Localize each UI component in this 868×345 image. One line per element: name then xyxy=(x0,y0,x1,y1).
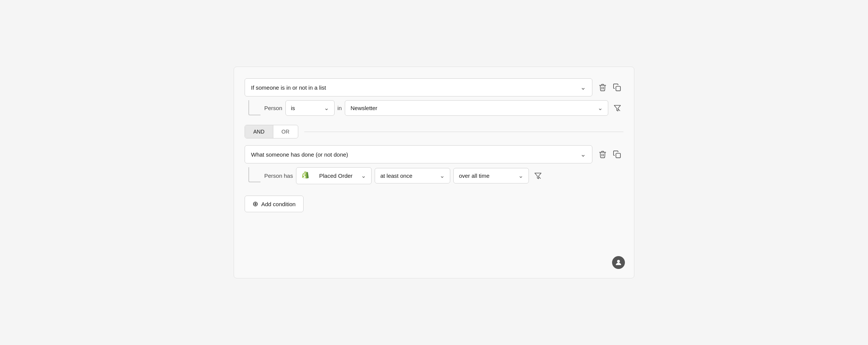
condition-2-person-has-label: Person has xyxy=(264,172,293,179)
condition-1-sub-fields: Person is ⌄ in Newsletter ⌄ xyxy=(264,100,623,116)
condition-2-main-dropdown[interactable]: What someone has done (or not done) ⌄ xyxy=(245,145,592,163)
condition-2-copy-button[interactable] xyxy=(611,148,623,161)
or-button[interactable]: OR xyxy=(273,125,298,138)
condition-2-delete-button[interactable] xyxy=(596,148,609,161)
add-condition-label: Add condition xyxy=(261,201,296,207)
condition-1-main-label: If someone is in or not in a list xyxy=(251,84,326,91)
condition-1-sub-row: Person is ⌄ in Newsletter ⌄ xyxy=(245,100,623,116)
condition-1-main-dropdown[interactable]: If someone is in or not in a list ⌄ xyxy=(245,78,592,96)
condition-2-sub-row: Person has Placed Order ⌄ at least once … xyxy=(245,167,623,184)
condition-1-newsletter-label: Newsletter xyxy=(350,105,377,111)
avatar[interactable] xyxy=(612,256,625,269)
condition-2-main-label: What someone has done (or not done) xyxy=(251,151,348,158)
condition-2-time-dropdown[interactable]: over all time ⌄ xyxy=(453,168,529,183)
svg-rect-0 xyxy=(616,86,620,91)
condition-1-newsletter-dropdown[interactable]: Newsletter ⌄ xyxy=(345,100,608,116)
condition-2-time-chevron-icon: ⌄ xyxy=(518,172,523,179)
condition-2-frequency-label: at least once xyxy=(380,172,412,179)
condition-2-frequency-dropdown[interactable]: at least once ⌄ xyxy=(375,168,450,183)
condition-1-person-label: Person xyxy=(264,105,282,111)
condition-2-sub-fields: Person has Placed Order ⌄ at least once … xyxy=(264,167,623,184)
condition-2-filter-button[interactable] xyxy=(532,170,544,182)
condition-1-is-label: is xyxy=(291,105,295,111)
condition-2-frequency-chevron-icon: ⌄ xyxy=(440,172,445,179)
condition-1-is-chevron-icon: ⌄ xyxy=(324,104,329,112)
condition-2-chevron-icon: ⌄ xyxy=(580,150,586,159)
condition-block-2: What someone has done (or not done) ⌄ Pe… xyxy=(245,145,623,184)
conditions-panel: If someone is in or not in a list ⌄ Pers… xyxy=(234,67,634,278)
condition-1-chevron-icon: ⌄ xyxy=(580,83,586,92)
svg-rect-3 xyxy=(616,153,620,158)
connector-line-1 xyxy=(248,100,260,115)
condition-2-time-label: over all time xyxy=(459,172,490,179)
and-or-section: AND OR xyxy=(245,125,623,138)
condition-1-actions xyxy=(596,81,623,94)
condition-block-1: If someone is in or not in a list ⌄ Pers… xyxy=(245,78,623,116)
condition-2-placed-order-label: Placed Order xyxy=(319,172,352,179)
condition-1-newsletter-chevron-icon: ⌄ xyxy=(598,104,603,112)
condition-1-in-label: in xyxy=(338,105,342,111)
condition-2-placed-order-dropdown[interactable]: Placed Order ⌄ xyxy=(296,167,372,184)
condition-1-is-dropdown[interactable]: is ⌄ xyxy=(285,100,335,116)
separator-line xyxy=(304,132,623,132)
add-condition-button[interactable]: ⊕ Add condition xyxy=(245,196,304,212)
and-or-toggle: AND OR xyxy=(245,125,298,138)
add-condition-icon: ⊕ xyxy=(253,200,258,208)
svg-point-6 xyxy=(617,260,620,263)
and-button[interactable]: AND xyxy=(245,125,273,138)
condition-1-copy-button[interactable] xyxy=(611,81,623,94)
condition-2-placed-order-chevron-icon: ⌄ xyxy=(361,172,366,179)
connector-line-2 xyxy=(248,167,260,182)
condition-2-actions xyxy=(596,148,623,161)
condition-1-filter-button[interactable] xyxy=(611,102,623,114)
condition-1-delete-button[interactable] xyxy=(596,81,609,94)
shopify-icon xyxy=(302,171,309,180)
